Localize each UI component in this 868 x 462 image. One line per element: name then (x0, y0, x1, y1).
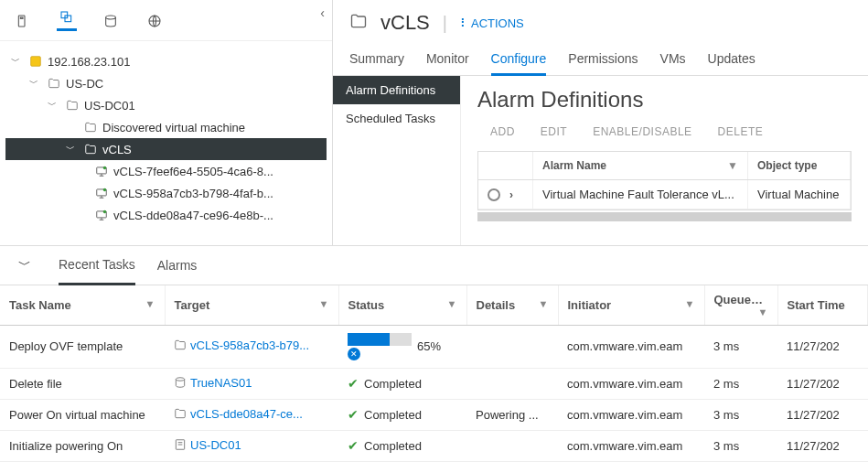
hosts-view-icon[interactable] (13, 11, 33, 31)
filter-icon[interactable]: ▼ (539, 298, 549, 309)
filter-icon[interactable]: ▼ (685, 298, 695, 309)
detail-tabs: Summary Monitor Configure Permissions VM… (333, 42, 868, 76)
col-start-time[interactable]: Start Time (777, 285, 868, 326)
chevron-down-icon[interactable]: ﹀ (29, 77, 42, 90)
menu-dots-icon: ⠇ (460, 16, 467, 30)
vcenter-icon (27, 54, 44, 69)
task-name-cell: Deploy OVF template (0, 325, 165, 368)
inventory-panel: ‹ ﹀ 192.168.23.101 (0, 0, 333, 245)
task-row[interactable]: Initialize powering On US-DC01 ✔Complete… (0, 430, 868, 461)
task-target-cell[interactable]: vCLS-dde08a47-ce... (165, 399, 338, 430)
col-details[interactable]: Details▼ (466, 285, 558, 326)
col-initiator[interactable]: Initiator▼ (558, 285, 704, 326)
tasks-table: Task Name▼ Target▼ Status▼ Details▼ Init… (0, 285, 868, 462)
details-panel: vCLS | ⠇ ACTIONS Summary Monitor Configu… (333, 0, 868, 245)
tree-cluster[interactable]: ﹀ US-DC01 (5, 94, 327, 116)
tree-vcenter[interactable]: ﹀ 192.168.23.101 (5, 50, 327, 72)
col-object-type[interactable]: Object type (748, 152, 851, 179)
task-start-cell: 11/27/202 (777, 368, 868, 399)
task-start-cell: 11/27/202 (777, 399, 868, 430)
filter-icon[interactable]: ▼ (727, 159, 738, 172)
tab-configure[interactable]: Configure (491, 46, 547, 76)
tree-label: vCLS-7feef6e4-5505-4ca6-8... (113, 165, 273, 178)
filter-icon[interactable]: ▼ (319, 298, 329, 309)
task-target-cell[interactable]: TrueNAS01 (165, 368, 338, 399)
col-task-name[interactable]: Task Name▼ (0, 285, 165, 326)
tree-label: 192.168.23.101 (48, 55, 130, 69)
target-icon (174, 407, 187, 423)
tree-label: vCLS-958a7cb3-b798-4faf-b... (113, 187, 273, 200)
task-target-cell[interactable]: US-DC01 (165, 430, 338, 461)
cancel-task-icon[interactable]: ✕ (348, 348, 360, 360)
enable-disable-button[interactable]: ENABLE/DISABLE (593, 125, 691, 138)
storage-view-icon[interactable] (101, 11, 121, 31)
delete-button[interactable]: DELETE (718, 125, 764, 138)
svg-point-10 (103, 188, 107, 192)
filter-icon[interactable]: ▼ (758, 306, 768, 317)
tree-vm[interactable]: vCLS-dde08a47-ce96-4e8b-... (5, 204, 327, 226)
target-icon (174, 438, 187, 454)
task-status-cell: ✔Completed (338, 430, 466, 461)
tree-vm[interactable]: vCLS-7feef6e4-5505-4ca6-8... (5, 160, 327, 182)
filter-icon[interactable]: ▼ (145, 298, 155, 309)
row-radio[interactable] (488, 188, 500, 201)
status-label: Completed (364, 439, 422, 453)
tab-monitor[interactable]: Monitor (426, 46, 469, 75)
folder-icon (82, 121, 99, 134)
chevron-down-icon[interactable]: ﹀ (11, 55, 24, 68)
tab-updates[interactable]: Updates (708, 46, 755, 75)
actions-menu[interactable]: ⠇ ACTIONS (460, 16, 524, 30)
progress-bar (348, 333, 412, 346)
folder-icon (64, 99, 80, 112)
task-row[interactable]: Power On virtual machine vCLS-dde08a47-c… (0, 399, 868, 430)
task-status-cell: ✕65% (338, 325, 466, 368)
tree-vcls-folder[interactable]: ﹀ vCLS (5, 138, 327, 160)
task-queued-cell: 3 ms (704, 325, 777, 368)
progress-percent: 65% (417, 339, 441, 353)
sidebar-alarm-definitions[interactable]: Alarm Definitions (333, 76, 460, 104)
task-details-cell (466, 325, 558, 368)
alarm-row[interactable]: › Virtual Machine Fault Tolerance vL... … (478, 180, 851, 210)
sidebar-scheduled-tasks[interactable]: Scheduled Tasks (333, 104, 460, 133)
task-target-cell[interactable]: vCLS-958a7cb3-b79... (165, 325, 338, 368)
scrollbar-horizontal[interactable] (477, 212, 852, 221)
tab-recent-tasks[interactable]: Recent Tasks (59, 246, 135, 285)
col-alarm-name[interactable]: Alarm Name ▼ (533, 152, 748, 179)
vms-view-icon[interactable] (57, 11, 77, 31)
task-name-cell: Power On virtual machine (0, 399, 165, 430)
task-row[interactable]: Deploy OVF template vCLS-958a7cb3-b79...… (0, 325, 868, 368)
tab-alarms[interactable]: Alarms (157, 247, 198, 284)
col-target[interactable]: Target▼ (165, 285, 338, 326)
task-name-cell: Initialize powering On (0, 430, 165, 461)
tree-label: US-DC01 (84, 99, 135, 113)
tab-permissions[interactable]: Permissions (568, 46, 638, 75)
tab-vms[interactable]: VMs (660, 46, 686, 75)
task-details-cell (466, 368, 558, 399)
vm-icon (93, 165, 110, 177)
tree-vm[interactable]: vCLS-958a7cb3-b798-4faf-b... (5, 182, 327, 204)
filter-icon[interactable]: ▼ (447, 298, 457, 309)
collapse-panel-icon[interactable]: ‹ (320, 5, 325, 20)
networking-view-icon[interactable] (145, 11, 165, 31)
col-queued[interactable]: Queued For▼ (704, 285, 777, 326)
tree-datacenter[interactable]: ﹀ US-DC (5, 72, 327, 94)
task-details-cell (466, 430, 558, 461)
chevron-down-icon[interactable]: ﹀ (66, 143, 79, 156)
task-row[interactable]: Delete file TrueNAS01 ✔Completed com.vmw… (0, 368, 868, 399)
alarm-name-cell: Virtual Machine Fault Tolerance vL... (533, 180, 748, 209)
task-status-cell: ✔Completed (338, 368, 466, 399)
col-status[interactable]: Status▼ (338, 285, 466, 326)
tree-discovered-folder[interactable]: Discovered virtual machine (5, 116, 327, 138)
edit-button[interactable]: EDIT (541, 125, 567, 138)
chevron-down-icon[interactable]: ﹀ (48, 99, 60, 112)
tab-summary[interactable]: Summary (349, 46, 404, 75)
check-icon: ✔ (348, 438, 359, 453)
task-start-cell: 11/27/202 (777, 325, 868, 368)
collapse-tasks-icon[interactable]: ﹀ (13, 252, 37, 279)
task-initiator-cell: com.vmware.vim.eam (558, 325, 704, 368)
expand-icon[interactable]: › (509, 188, 513, 201)
task-initiator-cell: com.vmware.vim.eam (558, 399, 704, 430)
svg-rect-2 (61, 12, 68, 18)
task-initiator-cell: com.vmware.vim.eam (558, 368, 704, 399)
add-button[interactable]: ADD (490, 125, 515, 138)
